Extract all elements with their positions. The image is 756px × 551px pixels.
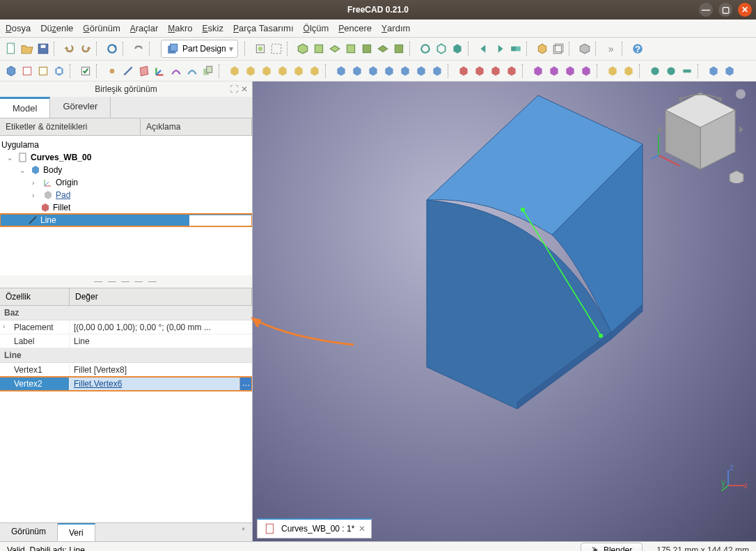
- group-icon[interactable]: [551, 42, 565, 56]
- feat-box-icon[interactable]: [308, 64, 322, 78]
- refresh-icon[interactable]: [105, 42, 119, 56]
- new-sketch-icon[interactable]: [20, 64, 34, 78]
- prop-label[interactable]: Label Line: [0, 334, 252, 348]
- menu-edit[interactable]: Düzenle: [40, 23, 73, 33]
- maximize-button[interactable]: ▢: [718, 3, 732, 17]
- document-tab[interactable]: Curves_WB_00 : 1* ✕: [257, 518, 372, 538]
- proptab-data[interactable]: Veri: [58, 523, 95, 541]
- top-view-icon[interactable]: [328, 42, 342, 56]
- whats-this-icon[interactable]: ?: [631, 42, 645, 56]
- menu-view[interactable]: Görünüm: [83, 23, 120, 33]
- feat-multitransform-icon[interactable]: [579, 64, 593, 78]
- feat-mirror-icon[interactable]: [531, 64, 545, 78]
- prop-placement[interactable]: ›Placement [(0,00 0,00 1,00); 0,00 °; (0…: [0, 320, 252, 334]
- fit-all-icon[interactable]: [253, 42, 267, 56]
- tree-body-label[interactable]: Body: [43, 165, 62, 175]
- subshapebinder-icon[interactable]: [185, 64, 199, 78]
- feat-fillet-icon[interactable]: [457, 64, 471, 78]
- menu-tools[interactable]: Araçlar: [130, 23, 159, 33]
- linked-view-icon[interactable]: [434, 42, 448, 56]
- link-icon[interactable]: [132, 42, 145, 56]
- shapebinder-icon[interactable]: [169, 64, 183, 78]
- feat-subbox-icon[interactable]: [430, 64, 444, 78]
- feat-sprocket-icon[interactable]: [648, 64, 662, 78]
- feat-groove-icon[interactable]: [366, 64, 380, 78]
- map-sketch-icon[interactable]: [52, 64, 66, 78]
- prop-vertex2[interactable]: Vertex2 Fillet.Vertex6 …: [0, 377, 252, 391]
- menu-partdesign[interactable]: Parça Tasarımı: [233, 23, 294, 33]
- close-button[interactable]: ✕: [738, 3, 752, 17]
- feat-polar-pattern-icon[interactable]: [563, 64, 577, 78]
- fit-selection-icon[interactable]: [269, 42, 283, 56]
- feat-subloft-icon[interactable]: [382, 64, 396, 78]
- workbench-selector[interactable]: Part Design ▾: [161, 40, 238, 58]
- tree-origin-label[interactable]: Origin: [56, 178, 78, 187]
- tree-line-item[interactable]: Line: [0, 214, 252, 226]
- save-icon[interactable]: [36, 42, 50, 56]
- feat-sweep-icon[interactable]: [276, 64, 290, 78]
- sync-view-icon[interactable]: [418, 42, 432, 56]
- minimize-button[interactable]: —: [699, 3, 713, 17]
- tree-toggle-icon[interactable]: ›: [32, 192, 40, 199]
- undo-icon[interactable]: [63, 42, 77, 56]
- property-panel[interactable]: Baz ›Placement [(0,00 0,00 1,00); 0,00 °…: [0, 306, 252, 522]
- feat-shaft-icon[interactable]: [680, 64, 694, 78]
- rear-view-icon[interactable]: [360, 42, 374, 56]
- nav-style-button[interactable]: 🖱 Blender: [581, 543, 643, 551]
- feat-boolean-icon[interactable]: [606, 64, 620, 78]
- navigation-cube[interactable]: [652, 86, 749, 183]
- tree-toggle-icon[interactable]: ⌄: [7, 154, 15, 162]
- feat-helix-icon[interactable]: [292, 64, 306, 78]
- go-forward-icon[interactable]: [493, 42, 507, 56]
- new-file-icon[interactable]: [4, 42, 18, 56]
- bottom-view-icon[interactable]: [376, 42, 390, 56]
- feat-linear-pattern-icon[interactable]: [547, 64, 561, 78]
- feat-gear-icon[interactable]: [664, 64, 678, 78]
- ellipsis-button[interactable]: …: [239, 377, 252, 390]
- tab-tasks[interactable]: Görevler: [50, 97, 111, 118]
- doc-tab-close-icon[interactable]: ✕: [359, 524, 365, 534]
- vargroup-icon[interactable]: [578, 42, 592, 56]
- feat-loft-icon[interactable]: [260, 64, 274, 78]
- open-file-icon[interactable]: [20, 42, 34, 56]
- 3d-viewport[interactable]: z x y Curves_WB_00 : 1* ✕: [253, 82, 756, 541]
- tree-toggle-icon[interactable]: ⌄: [19, 166, 28, 174]
- feat-hole-icon[interactable]: [350, 64, 364, 78]
- datum-cs-icon[interactable]: [153, 64, 167, 78]
- datum-line-icon[interactable]: [121, 64, 135, 78]
- clone-icon[interactable]: [201, 64, 215, 78]
- datum-plane-icon[interactable]: [137, 64, 151, 78]
- edit-sketch-icon[interactable]: [36, 64, 50, 78]
- menu-sketch[interactable]: Eskiz: [203, 23, 223, 33]
- select-all-icon[interactable]: [450, 42, 464, 56]
- panel-close-icon[interactable]: ✕: [241, 84, 248, 94]
- proptab-view[interactable]: Görünüm: [0, 523, 58, 541]
- tree-pad-label[interactable]: Pad: [56, 190, 70, 200]
- menu-file[interactable]: Dosya: [6, 23, 31, 33]
- create-body-icon[interactable]: [4, 64, 18, 78]
- feat-chamfer-icon[interactable]: [473, 64, 487, 78]
- right-view-icon[interactable]: [344, 42, 358, 56]
- left-view-icon[interactable]: [392, 42, 406, 56]
- tree-doc-label[interactable]: Curves_WB_00: [31, 153, 91, 162]
- menu-measure[interactable]: Ölçüm: [304, 23, 329, 33]
- more-icon[interactable]: »: [604, 42, 618, 56]
- feat-cube1-icon[interactable]: [707, 64, 720, 78]
- feat-subsweep-icon[interactable]: [398, 64, 412, 78]
- datum-point-icon[interactable]: [105, 64, 119, 78]
- front-view-icon[interactable]: [312, 42, 326, 56]
- validate-sketch-icon[interactable]: [79, 64, 93, 78]
- prop-vertex1[interactable]: Vertex1 Fillet [Vertex8]: [0, 363, 252, 377]
- menu-windows[interactable]: Pencere: [338, 23, 372, 33]
- tree-fillet-label[interactable]: Fillet: [53, 203, 70, 212]
- feat-subhelix-icon[interactable]: [414, 64, 428, 78]
- feat-cube2-icon[interactable]: [723, 64, 737, 78]
- feat-migrate-icon[interactable]: [622, 64, 636, 78]
- tab-model[interactable]: Model: [0, 97, 50, 118]
- part-icon[interactable]: [535, 42, 549, 56]
- feat-draft-icon[interactable]: [489, 64, 503, 78]
- feat-thickness-icon[interactable]: [505, 64, 519, 78]
- iso-view-icon[interactable]: [296, 42, 310, 56]
- redo-icon[interactable]: [79, 42, 93, 56]
- panel-splitter[interactable]: — — — — —: [0, 275, 252, 288]
